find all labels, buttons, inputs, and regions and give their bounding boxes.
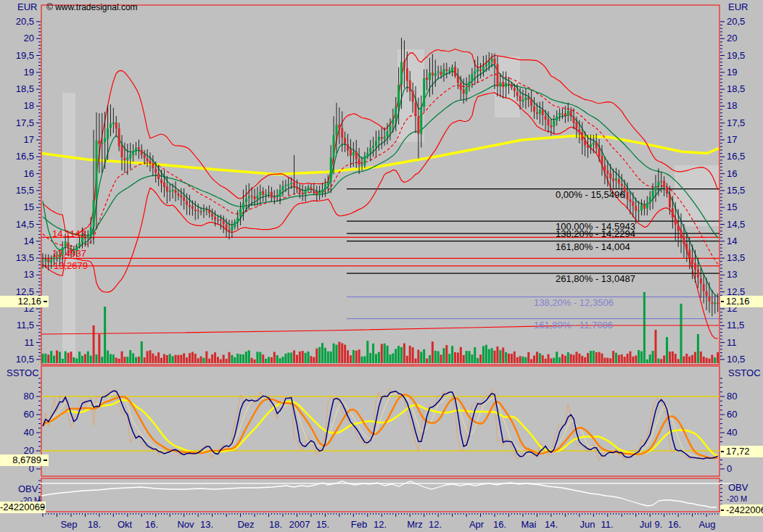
- copyright-watermark: © www.tradesignal.com: [46, 3, 138, 12]
- price-axis-label: 16,5: [727, 151, 745, 162]
- obv-current-value-box-right: -24220069: [720, 504, 763, 516]
- price-axis-label: 19: [24, 67, 34, 78]
- sstoc-axis-label: 80: [24, 391, 34, 402]
- price-axis-label: 18,5: [727, 83, 745, 94]
- currency-label-left: EUR: [17, 2, 37, 12]
- price-axis-label: 11: [727, 337, 737, 348]
- price-axis-label: 16,5: [16, 151, 34, 162]
- sstoc-chart-plot[interactable]: [41, 366, 719, 476]
- price-axis-label: 18: [727, 100, 737, 111]
- sstoc-axis-label: 60: [727, 409, 737, 420]
- price-axis-label: 19,5: [727, 50, 745, 61]
- sstoc-panel-title-left: SSTOC: [7, 368, 39, 378]
- price-axis-label: 18,5: [16, 83, 34, 94]
- price-axis-label: 14: [727, 236, 737, 246]
- price-axis-label: 15,5: [16, 185, 34, 196]
- date-label: 12.: [374, 519, 387, 530]
- current-price-box-right: 12,16: [720, 296, 763, 307]
- sstoc-axis-label: 40: [727, 427, 737, 438]
- price-axis-label: 19: [727, 67, 737, 78]
- price-axis-label: 10,5: [727, 354, 745, 365]
- currency-label-right: EUR: [728, 2, 748, 12]
- price-axis-label: 19,5: [16, 50, 34, 61]
- date-label: 11.: [601, 519, 613, 530]
- price-axis-label: 16: [727, 168, 737, 179]
- date-label: Sep: [60, 519, 77, 530]
- date-label: 12.: [429, 519, 442, 530]
- price-axis-label: 13: [24, 269, 34, 280]
- price-axis-label: 16: [24, 168, 34, 179]
- price-axis-label: 11,5: [17, 320, 34, 331]
- current-price-box-left: 12,16: [0, 296, 49, 307]
- price-axis-label: 13,5: [727, 252, 745, 263]
- date-label: 15.: [316, 519, 329, 530]
- sstoc-axis-label: 80: [727, 391, 737, 402]
- date-label: 16.: [668, 519, 681, 530]
- price-axis-label: 10,5: [16, 354, 34, 365]
- date-label: 9.: [655, 519, 663, 530]
- price-axis-label: 17,5: [16, 117, 34, 128]
- date-label: Okt: [117, 519, 133, 530]
- sstoc-current-value-box: 17,72: [720, 446, 763, 457]
- price-axis-label: 14: [24, 236, 34, 246]
- date-label: 18.: [269, 519, 282, 530]
- price-axis-label: 14,5: [16, 219, 34, 230]
- main-chart-plot[interactable]: [41, 5, 719, 365]
- chart-canvas[interactable]: 10,510,5111111,511,5121212,512,5131313,5…: [0, 0, 763, 532]
- price-axis-label: 17: [727, 134, 737, 145]
- price-axis-label: 13,5: [16, 252, 34, 263]
- sstoc-axis-label: 60: [24, 409, 34, 420]
- date-label: Mai: [521, 519, 537, 530]
- price-axis-label: 20,5: [727, 16, 745, 27]
- date-label: Mrz: [407, 519, 423, 530]
- date-label: 14.: [545, 519, 558, 530]
- price-axis-label: 17,5: [727, 117, 745, 128]
- date-axis: Sep18.Okt16.Nov13.Dez18.200715.Feb12.Mrz…: [43, 513, 718, 530]
- date-label: Jun: [580, 519, 595, 530]
- price-axis-label: 14,5: [727, 219, 745, 230]
- date-label: Nov: [177, 519, 194, 530]
- date-label: Feb: [351, 519, 367, 530]
- price-axis-label: 18: [24, 100, 34, 111]
- date-label: Apr: [469, 519, 484, 530]
- price-axis-label: 20: [727, 33, 737, 43]
- obv-current-value-box-left: -24220069: [0, 502, 46, 513]
- price-axis-label: 15,5: [727, 185, 745, 196]
- price-axis-label: 17: [24, 134, 34, 145]
- sstoc-axis-label: 40: [24, 427, 34, 438]
- price-axis-label: 13: [727, 269, 737, 280]
- date-label: 16.: [145, 519, 158, 530]
- obv-panel-title-right: OBV: [728, 483, 748, 492]
- obv-axis-tick-right: -20 M: [727, 495, 747, 503]
- price-axis-label: 11: [25, 337, 35, 348]
- price-axis-label: 20: [24, 33, 34, 43]
- sstoc-axis-label: 0: [727, 463, 732, 474]
- trading-chart-window: 10,510,5111111,511,5121212,512,5131313,5…: [0, 0, 763, 532]
- date-label: Dez: [237, 519, 254, 530]
- price-axis-label: 15: [727, 201, 737, 212]
- price-axis-label: 20,5: [16, 16, 34, 27]
- obv-chart-plot[interactable]: [41, 478, 719, 512]
- date-label: 16.: [493, 519, 506, 530]
- sstoc-panel-title-right: SSTOC: [728, 368, 761, 378]
- date-label: Aug: [698, 519, 715, 530]
- date-label: 2007: [289, 519, 310, 530]
- price-axis-label: 11,5: [727, 320, 744, 331]
- date-label: 18.: [88, 519, 101, 530]
- date-label: Jul: [640, 519, 652, 530]
- sstoc-secondary-value-box: 8,6789: [0, 454, 49, 466]
- price-axis-label: 15: [24, 201, 34, 212]
- obv-panel-title-left: OBV: [18, 484, 38, 494]
- date-label: 13.: [200, 519, 213, 530]
